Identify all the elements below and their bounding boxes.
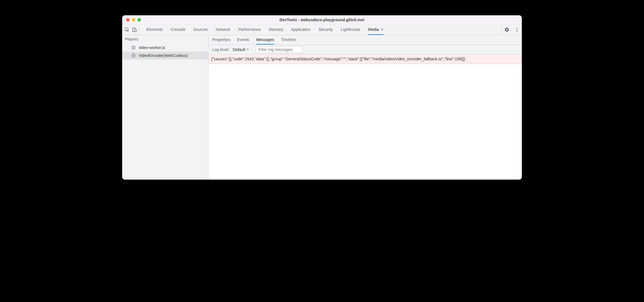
- subtab-properties[interactable]: Properties: [212, 35, 230, 44]
- tab-label: Console: [171, 27, 185, 32]
- subtab-messages[interactable]: Messages: [256, 35, 274, 44]
- tab-label: Sources: [193, 27, 208, 32]
- log-area: {"causes":[],"code":1543,"data":{},"grou…: [208, 54, 522, 180]
- loglevel-label: Log level:: [212, 47, 229, 52]
- tab-sources[interactable]: Sources: [193, 24, 208, 35]
- play-icon: [131, 53, 136, 58]
- tab-label: Lighthouse: [341, 27, 360, 32]
- device-toolbar-icon[interactable]: [132, 27, 137, 32]
- players-sidebar: Players video-worker.jsVideoEncoder(WebC…: [122, 35, 208, 180]
- kebab-menu-icon[interactable]: [514, 27, 520, 32]
- player-item-label: video-worker.js: [139, 45, 165, 50]
- tab-media[interactable]: Media✕: [368, 24, 384, 35]
- tab-lighthouse[interactable]: Lighthouse: [341, 24, 360, 35]
- subtab-events[interactable]: Events: [237, 35, 249, 44]
- tab-performance[interactable]: Performance: [238, 24, 261, 35]
- tab-label: Performance: [238, 27, 261, 32]
- player-item[interactable]: video-worker.js: [122, 44, 208, 52]
- close-icon[interactable]: ✕: [381, 27, 384, 31]
- tab-label: Security: [319, 27, 333, 32]
- svg-point-3: [517, 28, 518, 29]
- svg-point-5: [517, 31, 518, 31]
- tab-security[interactable]: Security: [319, 24, 333, 35]
- panel-tabs: ElementsConsoleSourcesNetworkPerformance…: [146, 24, 499, 35]
- main-toolbar: ElementsConsoleSourcesNetworkPerformance…: [122, 24, 522, 35]
- filter-input[interactable]: [256, 46, 303, 53]
- inspect-element-icon[interactable]: [124, 27, 130, 32]
- tab-label: Elements: [146, 27, 163, 32]
- log-message[interactable]: {"causes":[],"code":1543,"data":{},"grou…: [208, 54, 522, 64]
- tab-memory[interactable]: Memory: [269, 24, 283, 35]
- sidebar-title: Players: [122, 35, 208, 44]
- subtab-timeline[interactable]: Timeline: [281, 35, 296, 44]
- player-item[interactable]: VideoEncoder(WebCodecs): [122, 52, 208, 59]
- media-subtabs: PropertiesEventsMessagesTimeline: [208, 35, 522, 45]
- tab-label: Media: [368, 27, 379, 32]
- player-item-label: VideoEncoder(WebCodecs): [139, 53, 188, 58]
- loglevel-value: Default: [233, 47, 245, 52]
- tab-elements[interactable]: Elements: [146, 24, 163, 35]
- main-panel: PropertiesEventsMessagesTimeline Log lev…: [208, 35, 522, 180]
- panel-body: Players video-worker.jsVideoEncoder(WebC…: [122, 35, 522, 180]
- play-icon: [131, 45, 136, 50]
- tab-label: Network: [216, 27, 230, 32]
- titlebar: DevTools - webcodecs-playground.glitch.m…: [122, 15, 522, 24]
- filter-bar: Log level: Default: [208, 45, 522, 54]
- svg-rect-2: [134, 29, 136, 31]
- gear-icon[interactable]: [504, 27, 509, 32]
- tab-label: Application: [291, 27, 311, 32]
- tab-label: Memory: [269, 27, 283, 32]
- window-title: DevTools - webcodecs-playground.glitch.m…: [122, 18, 522, 22]
- tab-network[interactable]: Network: [216, 24, 230, 35]
- devtools-window: DevTools - webcodecs-playground.glitch.m…: [122, 15, 522, 180]
- tab-application[interactable]: Application: [291, 24, 311, 35]
- chevron-down-icon: [246, 48, 249, 51]
- svg-point-4: [517, 29, 518, 30]
- loglevel-select[interactable]: Default: [233, 46, 252, 53]
- tab-console[interactable]: Console: [171, 24, 185, 35]
